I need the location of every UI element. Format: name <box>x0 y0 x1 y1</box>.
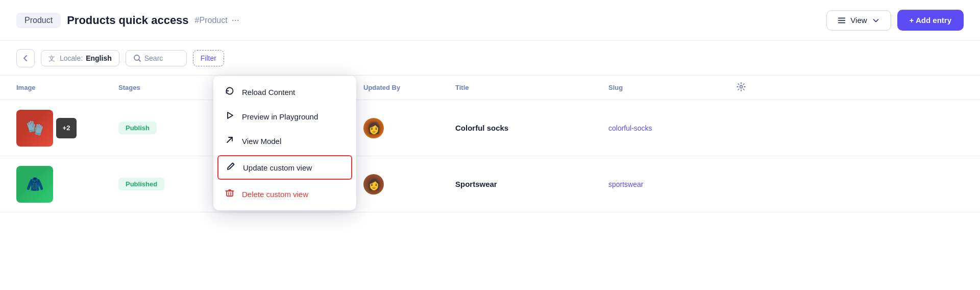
table-row: 🧥 Published 27 Jun 2024, 09:14 👩 Sportsw… <box>0 156 980 212</box>
pencil-icon <box>226 162 236 173</box>
image-cell: 🧥 <box>16 166 118 203</box>
menu-item-delete-view-label: Delete custom view <box>242 190 308 199</box>
col-image: Image <box>16 84 118 91</box>
menu-item-update-view-label: Update custom view <box>243 163 312 172</box>
view-button-label: View <box>850 16 867 25</box>
menu-item-reload[interactable]: Reload Content <box>213 80 356 104</box>
view-button[interactable]: View <box>826 10 891 31</box>
search-icon <box>133 54 141 62</box>
filter-label: Filter <box>201 54 216 62</box>
status-badge: Published <box>118 178 164 190</box>
col-updated-by: Updated By <box>363 84 455 91</box>
svg-text:文: 文 <box>48 55 55 62</box>
svg-marker-7 <box>228 112 233 118</box>
avatar-cell: 👩 <box>363 174 455 195</box>
trash-icon <box>225 188 235 200</box>
context-menu: Reload Content Preview in Playground Vie… <box>213 76 356 210</box>
table-header: Image Stages Updated By Title Slug <box>0 76 980 100</box>
arrow-up-right-icon <box>225 135 235 147</box>
slug-cell: sportswear <box>608 180 736 188</box>
product-image-2: 🧥 <box>16 166 53 203</box>
toolbar: 文 Locale: English Searc Filter <box>0 41 980 76</box>
title-cell: Colorful socks <box>455 124 608 132</box>
breadcrumb-tag[interactable]: Product <box>16 13 61 28</box>
menu-item-preview[interactable]: Preview in Playground <box>213 104 356 129</box>
locale-label: Locale: <box>60 54 83 62</box>
page-title: Products quick access <box>67 14 188 27</box>
svg-line-8 <box>227 137 232 142</box>
menu-item-preview-label: Preview in Playground <box>242 112 318 121</box>
more-options-icon[interactable]: ··· <box>232 15 239 26</box>
app-header: Product Products quick access #Product ·… <box>0 0 980 41</box>
menu-item-view-model[interactable]: View Model <box>213 129 356 153</box>
status-badge: Publish <box>118 122 157 134</box>
col-settings[interactable] <box>736 82 767 93</box>
search-placeholder: Searc <box>144 54 163 62</box>
image-count: +2 <box>56 118 77 138</box>
add-entry-button[interactable]: + Add entry <box>897 10 964 31</box>
svg-rect-9 <box>227 191 233 196</box>
play-icon <box>225 111 235 122</box>
translate-icon: 文 <box>48 54 57 62</box>
avatar: 👩 <box>363 174 384 195</box>
search-input[interactable]: Searc <box>126 50 187 66</box>
menu-item-view-model-label: View Model <box>242 137 281 146</box>
menu-item-reload-label: Reload Content <box>242 88 295 96</box>
menu-item-delete-view[interactable]: Delete custom view <box>213 182 356 206</box>
table-row: 🧤 +2 Publish 09:17 👩 Colorful socks colo… <box>0 100 980 156</box>
svg-line-5 <box>139 60 140 61</box>
settings-icon[interactable] <box>736 82 746 92</box>
locale-value: English <box>86 54 112 62</box>
avatar-cell: 👩 <box>363 118 455 138</box>
collapse-icon <box>21 54 30 62</box>
title-cell: Sportswear <box>455 180 608 188</box>
filter-button[interactable]: Filter <box>193 50 224 66</box>
image-cell: 🧤 +2 <box>16 110 118 147</box>
product-image-1: 🧤 <box>16 110 53 147</box>
add-entry-label: + Add entry <box>910 16 951 25</box>
locale-selector[interactable]: 文 Locale: English <box>41 50 119 66</box>
view-icon <box>837 16 846 25</box>
hash-tag: #Product <box>195 16 228 25</box>
collapse-button[interactable] <box>16 49 35 67</box>
avatar: 👩 <box>363 118 384 138</box>
col-title: Title <box>455 84 608 91</box>
slug-cell: colorful-socks <box>608 124 736 132</box>
reload-icon <box>225 86 235 98</box>
menu-item-update-view[interactable]: Update custom view <box>217 155 352 180</box>
chevron-down-icon <box>871 16 880 25</box>
col-slug: Slug <box>608 84 736 91</box>
svg-point-6 <box>740 86 743 88</box>
